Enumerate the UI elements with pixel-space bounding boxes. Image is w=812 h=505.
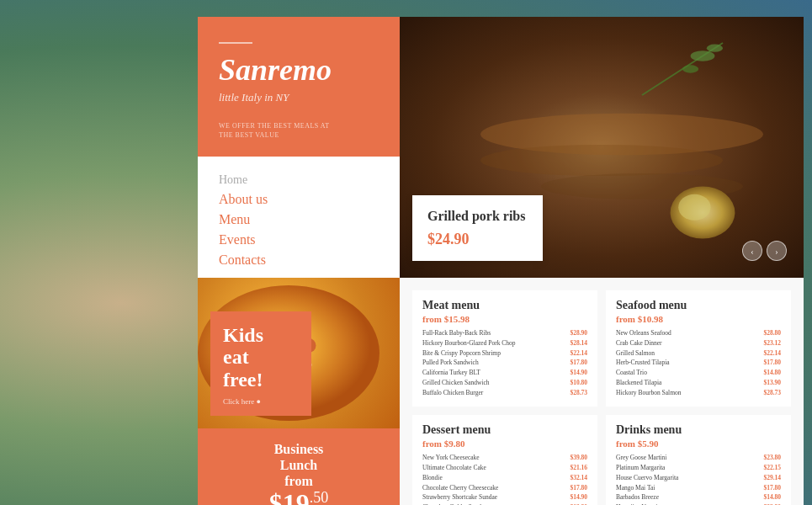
next-arrow[interactable]: ›	[767, 241, 787, 261]
business-lunch-price: $19.50	[210, 490, 387, 506]
list-item: Mango Mai Tai $17.80	[616, 484, 781, 492]
seafood-menu-section: Seafood menu from $10.98 New Orleans Sea…	[606, 290, 791, 407]
restaurant-tagline: little Italy in NY	[219, 91, 379, 104]
prev-arrow[interactable]: ‹	[742, 241, 762, 261]
list-item: Strawberry Shortcake Sundae $14.90	[422, 493, 587, 502]
header-subtitle: WE OFFER THE BEST MEALS AT THE BEST VALU…	[219, 121, 379, 140]
nav-item-events[interactable]: Events	[219, 232, 379, 247]
meat-menu-from: from $15.98	[422, 314, 587, 324]
restaurant-name: Sanremo	[219, 54, 379, 88]
list-item: Crab Cake Dinner $23.12	[616, 339, 781, 348]
list-item: Barbados Breeze $14.80	[616, 493, 781, 502]
list-item: Blackened Tilapia $13.90	[616, 379, 781, 387]
kids-eat-free-box: Kids eat free! Click here ●	[210, 311, 311, 416]
top-section: Sanremo little Italy in NY WE OFFER THE …	[198, 17, 804, 278]
list-item: Grey Goose Martini $23.80	[616, 454, 781, 462]
food-hero: Grilled pork ribs $24.90 ‹ ›	[400, 17, 804, 278]
meat-menu-items: Full-Rack Baby-Back Ribs $28.90 Hickory …	[422, 329, 587, 396]
main-card: Sanremo little Italy in NY WE OFFER THE …	[198, 17, 804, 497]
nav-item-about[interactable]: About us	[219, 192, 379, 207]
kids-click-here[interactable]: Click here ●	[223, 397, 299, 406]
business-lunch-title: Business Lunch from	[210, 441, 387, 490]
svg-point-7	[691, 50, 715, 61]
dessert-menu-section: Dessert menu from $9.80 New York Cheesec…	[412, 415, 597, 505]
dessert-menu-items: New York Cheesecake $39.80 Ultimate Choc…	[422, 454, 587, 505]
list-item: Platinum Margarita $22.15	[616, 464, 781, 472]
seafood-menu-items: New Orleans Seafood $28.80 Crab Cake Din…	[616, 329, 781, 396]
promo-column: Kids eat free! Click here ● Business Lun…	[198, 278, 400, 505]
nav-item-menu[interactable]: Menu	[219, 212, 379, 227]
drinks-menu-from: from $5.90	[616, 439, 781, 449]
list-item: Grilled Salmon $22.14	[616, 349, 781, 358]
left-column: Sanremo little Italy in NY WE OFFER THE …	[198, 17, 400, 278]
product-card: Grilled pork ribs $24.90	[412, 195, 543, 261]
list-item: Herb-Crusted Tilapia $17.80	[616, 359, 781, 367]
kids-promo-section: Kids eat free! Click here ●	[198, 278, 400, 428]
nav-section: Home About us Menu Events Contacts	[198, 157, 400, 290]
business-lunch-section: Business Lunch from $19.50 Click here ●	[198, 428, 400, 505]
nav-item-contacts[interactable]: Contacts	[219, 252, 379, 268]
list-item: Grilled Chicken Sandwich $10.80	[422, 379, 587, 387]
dessert-menu-title: Dessert menu	[422, 423, 587, 437]
header-orange: Sanremo little Italy in NY WE OFFER THE …	[198, 17, 400, 157]
list-item: Hickory Bourbon Salmon $28.73	[616, 389, 781, 397]
nav-item-home[interactable]: Home	[219, 173, 379, 187]
list-item: Full-Rack Baby-Back Ribs $28.90	[422, 329, 587, 338]
drinks-menu-items: Grey Goose Martini $23.80 Platinum Marga…	[616, 454, 781, 505]
list-item: House Cuervo Margarita $29.14	[616, 474, 781, 482]
list-item: Hickory Bourbon-Glazed Pork Chop $28.14	[422, 339, 587, 348]
kids-title: Kids eat free!	[223, 324, 299, 391]
list-item: New Orleans Seafood $28.80	[616, 329, 781, 338]
svg-point-9	[707, 45, 723, 52]
list-item: California Turkey BLT $14.90	[422, 369, 587, 377]
svg-point-5	[678, 194, 710, 221]
list-item: Buffalo Chicken Burger $28.73	[422, 389, 587, 397]
list-item: Chocolate Cherry Cheesecake $17.80	[422, 484, 587, 492]
svg-point-8	[682, 65, 698, 72]
menu-area: Meat menu from $15.98 Full-Rack Baby-Bac…	[400, 278, 804, 505]
list-item: New York Cheesecake $39.80	[422, 454, 587, 462]
slider-nav: ‹ ›	[742, 241, 787, 261]
drinks-menu-section: Drinks menu from $5.90 Grey Goose Martin…	[606, 415, 791, 505]
drinks-menu-title: Drinks menu	[616, 423, 781, 437]
seafood-menu-title: Seafood menu	[616, 299, 781, 312]
list-item: Ultimate Chocolate Cake $21.16	[422, 464, 587, 472]
meat-menu-section: Meat menu from $15.98 Full-Rack Baby-Bac…	[412, 290, 597, 407]
product-price: $24.90	[427, 231, 528, 248]
dessert-menu-from: from $9.80	[422, 439, 587, 449]
svg-point-2	[480, 145, 723, 176]
product-name: Grilled pork ribs	[427, 208, 528, 224]
list-item: Bite & Crispy Popcorn Shrimp $22.14	[422, 349, 587, 358]
header-divider	[219, 42, 252, 44]
seafood-menu-from: from $10.98	[616, 314, 781, 324]
list-item: Blondie $32.14	[422, 474, 587, 482]
list-item: Coastal Trio $14.80	[616, 369, 781, 377]
bottom-section: Kids eat free! Click here ● Business Lun…	[198, 278, 804, 505]
meat-menu-title: Meat menu	[422, 299, 587, 312]
list-item: Pulled Pork Sandwich $17.80	[422, 359, 587, 367]
